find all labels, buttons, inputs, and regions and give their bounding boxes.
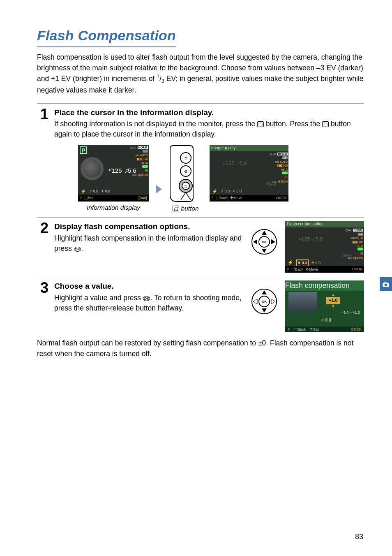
- info-button-glyph: ⬚: [322, 121, 329, 127]
- af-mode: AF-A: [357, 244, 363, 247]
- svg-rect-24: [385, 282, 387, 283]
- exp-comp-value: 0.0: [316, 261, 321, 265]
- step-text-b: button. Press the: [264, 120, 322, 128]
- lcd-status-row: ⚡ ⚞ 0.0 ☀ 0.0: [78, 188, 149, 195]
- lcd-bottom-bar: ? ⬚Set [940]: [78, 195, 149, 202]
- mode-indicator: P: [80, 146, 87, 154]
- svg-marker-13: [262, 249, 267, 253]
- frame-count-grey: [940]: [267, 181, 276, 188]
- info-button-glyph: ⬚: [173, 206, 179, 211]
- lcd-header: Flash compensation: [285, 221, 364, 227]
- divider: [37, 217, 364, 218]
- flash-comp-value: 0.0: [225, 189, 230, 193]
- figure-info-display: P 1/125 F5.6 QUAL NORM ▭ WB AUTO ISO 100…: [78, 145, 149, 212]
- figure-image-quality-lcd: Image quality 1/125 F5.6 QUAL NORM ▭ WB …: [210, 145, 288, 202]
- caption-suffix: button: [179, 205, 198, 212]
- svg-marker-12: [262, 231, 267, 235]
- right-status-column: QUAL NORM ▭ WB AUTO ISO 100 AF-A ⊡ ADL 暗…: [270, 152, 288, 184]
- set-label: Set: [313, 327, 319, 331]
- divider: [37, 277, 364, 277]
- adl-on: 暗部ON: [138, 174, 148, 176]
- wb-label: WB: [350, 237, 355, 239]
- set-label: Set: [88, 196, 94, 200]
- closing-paragraph: Normal flash output can be restored by s…: [37, 338, 364, 359]
- ok-label: OKOK: [276, 195, 287, 201]
- qual-label: QUAL: [270, 153, 276, 155]
- step-text: Highlight flash compensation in the info…: [54, 233, 243, 254]
- step-1: 1 Place the cursor in the information di…: [37, 107, 364, 140]
- af-mode: AF-A: [141, 162, 148, 164]
- lcd-image-quality: Image quality 1/125 F5.6 QUAL NORM ▭ WB …: [210, 145, 288, 202]
- camera-back-illustration: ☰ ⊕ ⬚: [169, 145, 202, 202]
- dpad-illustration: OK: [251, 228, 278, 258]
- info-button-glyph: ⬚: [257, 121, 264, 127]
- preview-thumbnail: [288, 292, 317, 313]
- step-text-a: Highlight a value and press: [54, 294, 143, 302]
- qual-label: QUAL: [130, 146, 136, 149]
- lcd-info-display: P 1/125 F5.6 QUAL NORM ▭ WB AUTO ISO 100…: [78, 145, 149, 202]
- step-heading: Choose a value.: [54, 280, 243, 292]
- caption-info-button: ⬚ button: [169, 204, 202, 213]
- lcd-flash-comp-highlight: Flash compensation 1/125 F5.6 QUAL NORM …: [285, 221, 364, 273]
- adl-label: ADL: [132, 174, 137, 176]
- section-tab-camera-icon: [380, 277, 392, 291]
- shutter-prefix: 1/: [108, 168, 112, 172]
- auto-label: AUTO: [355, 236, 363, 239]
- ok-label: OKOK: [351, 327, 362, 332]
- step-heading: Display flash compensation options.: [54, 221, 243, 232]
- shutter-aperture-grey: 1/125 F5.6: [223, 160, 247, 167]
- down-triangle-icon: ▼: [331, 303, 335, 310]
- page-number: 83: [355, 531, 363, 542]
- shutter-val: 125: [112, 167, 122, 174]
- ok-button-glyph: OK: [74, 247, 81, 252]
- svg-text:⊕: ⊕: [184, 169, 187, 174]
- svg-marker-14: [253, 239, 257, 244]
- arrow-icon: [156, 185, 162, 193]
- lcd-status-row: ⚡ ⚞ 0.0 ☀ 0.0: [285, 259, 364, 266]
- current-value: ⚞ 0.0: [321, 317, 331, 324]
- iso-value: 100: [283, 164, 288, 167]
- lcd-header: Image quality: [210, 145, 288, 151]
- step-text: Highlight a value and press OK. To retur…: [54, 293, 243, 314]
- exp-comp-value: 0.0: [237, 189, 242, 193]
- back-label: Back: [297, 327, 306, 331]
- divider: [37, 103, 364, 104]
- svg-text:OK: OK: [262, 300, 267, 303]
- step1-figures: P 1/125 F5.6 QUAL NORM ▭ WB AUTO ISO 100…: [78, 145, 364, 213]
- intro-paragraph: Flash compensation is used to alter flas…: [37, 52, 364, 95]
- bolt-icon: ⚡: [212, 188, 218, 195]
- shutter-aperture-grey: 1/125 F5.6: [298, 236, 323, 243]
- lcd-header: Flash compensation: [285, 280, 364, 291]
- iso-label: ISO: [277, 164, 282, 167]
- norm-label: NORM: [353, 229, 363, 232]
- value-range: –3.0 – +1.0: [341, 310, 360, 315]
- back-label: Back: [295, 267, 303, 271]
- step-2: 2 Display flash compensation options. Hi…: [37, 221, 364, 273]
- ok-label: OKOK: [352, 266, 362, 272]
- svg-line-7: [181, 192, 186, 200]
- flash-comp-value: 0.0: [93, 189, 99, 193]
- lcd-bottom-bar: ? ⬚Back ✥Move OKOK: [210, 195, 288, 202]
- right-status-column: QUAL NORM ▭ WB AUTO ISO 100 AF-A ⊡ ADL 暗…: [130, 146, 148, 177]
- auto-label: AUTO: [280, 160, 288, 163]
- af-mode: AF-A: [281, 168, 288, 171]
- page-title: Flash Compensation: [37, 25, 176, 47]
- step-number: 2: [37, 221, 48, 236]
- iso-value: 100: [358, 241, 363, 243]
- flash-comp-highlight: ⚞ 0.0: [296, 259, 309, 266]
- step-text-b: .: [81, 244, 83, 253]
- step-heading: Place the cursor in the information disp…: [54, 107, 364, 118]
- frame-count: [940]: [138, 195, 147, 201]
- bolt-icon: ⚡: [81, 188, 86, 195]
- ok-button-glyph: OK: [143, 296, 150, 301]
- auto-label: AUTO: [140, 154, 148, 157]
- svg-marker-15: [271, 239, 275, 244]
- exp-comp-value: 0.0: [105, 189, 111, 193]
- svg-text:⬚: ⬚: [184, 185, 187, 188]
- iso-value: 100: [143, 158, 148, 160]
- svg-text:☰: ☰: [184, 156, 187, 160]
- step-text: If shooting information is not displayed…: [54, 119, 364, 140]
- iso-label: ISO: [137, 158, 142, 160]
- svg-marker-19: [262, 290, 267, 294]
- bolt-icon: ⚡: [288, 259, 293, 266]
